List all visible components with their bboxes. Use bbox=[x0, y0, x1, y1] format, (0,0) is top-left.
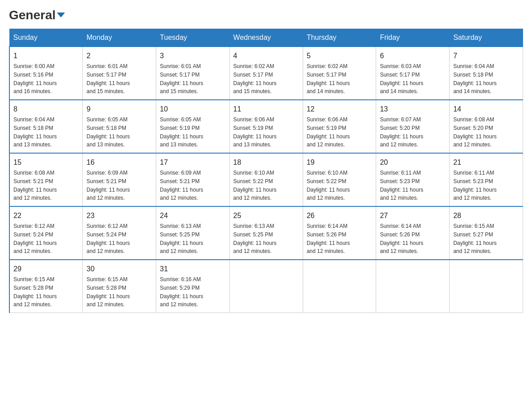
day-number: 5 bbox=[307, 51, 373, 61]
calendar-cell: 25 Sunrise: 6:13 AMSunset: 5:25 PMDaylig… bbox=[229, 206, 303, 260]
day-info: Sunrise: 6:11 AMSunset: 5:23 PMDaylight:… bbox=[380, 170, 423, 201]
day-number: 22 bbox=[13, 210, 79, 221]
day-number: 14 bbox=[453, 104, 519, 115]
calendar-cell: 22 Sunrise: 6:12 AMSunset: 5:24 PMDaylig… bbox=[9, 206, 83, 260]
calendar-week-1: 1 Sunrise: 6:00 AMSunset: 5:16 PMDayligh… bbox=[9, 47, 523, 100]
day-info: Sunrise: 6:01 AMSunset: 5:17 PMDaylight:… bbox=[86, 63, 130, 94]
calendar-cell: 13 Sunrise: 6:07 AMSunset: 5:20 PMDaylig… bbox=[376, 100, 450, 153]
calendar-cell: 31 Sunrise: 6:16 AMSunset: 5:29 PMDaylig… bbox=[156, 260, 230, 313]
calendar-cell: 1 Sunrise: 6:00 AMSunset: 5:16 PMDayligh… bbox=[9, 47, 83, 100]
day-number: 27 bbox=[380, 210, 446, 221]
day-number: 19 bbox=[307, 157, 373, 168]
day-info: Sunrise: 6:04 AMSunset: 5:18 PMDaylight:… bbox=[453, 63, 497, 94]
calendar-cell: 12 Sunrise: 6:06 AMSunset: 5:19 PMDaylig… bbox=[303, 100, 376, 153]
calendar-cell bbox=[450, 260, 523, 313]
logo-line1: General bbox=[9, 9, 65, 21]
calendar-week-4: 22 Sunrise: 6:12 AMSunset: 5:24 PMDaylig… bbox=[9, 206, 523, 260]
day-info: Sunrise: 6:15 AMSunset: 5:28 PMDaylight:… bbox=[13, 276, 57, 308]
page-header: General bbox=[9, 9, 523, 20]
day-info: Sunrise: 6:12 AMSunset: 5:24 PMDaylight:… bbox=[13, 223, 57, 254]
calendar-cell: 19 Sunrise: 6:10 AMSunset: 5:22 PMDaylig… bbox=[303, 153, 376, 206]
day-info: Sunrise: 6:13 AMSunset: 5:25 PMDaylight:… bbox=[160, 223, 203, 254]
day-number: 10 bbox=[160, 104, 226, 115]
day-number: 20 bbox=[380, 157, 446, 168]
day-info: Sunrise: 6:10 AMSunset: 5:22 PMDaylight:… bbox=[233, 170, 277, 201]
day-number: 30 bbox=[86, 264, 152, 274]
calendar-cell: 18 Sunrise: 6:10 AMSunset: 5:22 PMDaylig… bbox=[229, 153, 303, 206]
day-number: 25 bbox=[233, 210, 299, 221]
day-info: Sunrise: 6:12 AMSunset: 5:24 PMDaylight:… bbox=[86, 223, 130, 254]
day-number: 16 bbox=[86, 157, 152, 168]
calendar-cell: 20 Sunrise: 6:11 AMSunset: 5:23 PMDaylig… bbox=[376, 153, 450, 206]
column-header-thursday: Thursday bbox=[303, 29, 376, 47]
calendar-cell: 29 Sunrise: 6:15 AMSunset: 5:28 PMDaylig… bbox=[9, 260, 83, 313]
day-number: 3 bbox=[160, 51, 226, 61]
day-info: Sunrise: 6:13 AMSunset: 5:25 PMDaylight:… bbox=[233, 223, 277, 254]
day-number: 26 bbox=[307, 210, 373, 221]
day-info: Sunrise: 6:11 AMSunset: 5:23 PMDaylight:… bbox=[453, 170, 497, 201]
day-info: Sunrise: 6:14 AMSunset: 5:26 PMDaylight:… bbox=[307, 223, 350, 254]
day-number: 9 bbox=[86, 104, 152, 115]
calendar-cell: 15 Sunrise: 6:08 AMSunset: 5:21 PMDaylig… bbox=[9, 153, 83, 206]
day-info: Sunrise: 6:03 AMSunset: 5:17 PMDaylight:… bbox=[380, 63, 423, 94]
day-info: Sunrise: 6:00 AMSunset: 5:16 PMDaylight:… bbox=[13, 63, 57, 94]
calendar-cell: 30 Sunrise: 6:15 AMSunset: 5:28 PMDaylig… bbox=[83, 260, 156, 313]
day-info: Sunrise: 6:09 AMSunset: 5:21 PMDaylight:… bbox=[160, 170, 203, 201]
calendar-table: SundayMondayTuesdayWednesdayThursdayFrid… bbox=[9, 29, 523, 313]
calendar-cell: 10 Sunrise: 6:05 AMSunset: 5:19 PMDaylig… bbox=[156, 100, 230, 153]
day-info: Sunrise: 6:05 AMSunset: 5:18 PMDaylight:… bbox=[86, 116, 130, 148]
day-number: 11 bbox=[233, 104, 299, 115]
calendar-cell: 16 Sunrise: 6:09 AMSunset: 5:21 PMDaylig… bbox=[83, 153, 156, 206]
day-number: 18 bbox=[233, 157, 299, 168]
day-info: Sunrise: 6:07 AMSunset: 5:20 PMDaylight:… bbox=[380, 116, 423, 148]
calendar-cell: 8 Sunrise: 6:04 AMSunset: 5:18 PMDayligh… bbox=[9, 100, 83, 153]
logo: General bbox=[9, 9, 65, 20]
column-header-monday: Monday bbox=[83, 29, 156, 47]
column-header-friday: Friday bbox=[376, 29, 450, 47]
calendar-cell: 6 Sunrise: 6:03 AMSunset: 5:17 PMDayligh… bbox=[376, 47, 450, 100]
day-number: 31 bbox=[160, 264, 226, 274]
calendar-cell bbox=[376, 260, 450, 313]
column-header-sunday: Sunday bbox=[9, 29, 83, 47]
day-info: Sunrise: 6:09 AMSunset: 5:21 PMDaylight:… bbox=[86, 170, 130, 201]
calendar-week-2: 8 Sunrise: 6:04 AMSunset: 5:18 PMDayligh… bbox=[9, 100, 523, 153]
calendar-cell: 2 Sunrise: 6:01 AMSunset: 5:17 PMDayligh… bbox=[83, 47, 156, 100]
day-number: 4 bbox=[233, 51, 299, 61]
calendar-cell bbox=[229, 260, 303, 313]
day-info: Sunrise: 6:04 AMSunset: 5:18 PMDaylight:… bbox=[13, 116, 57, 148]
day-info: Sunrise: 6:05 AMSunset: 5:19 PMDaylight:… bbox=[160, 116, 203, 148]
calendar-cell: 9 Sunrise: 6:05 AMSunset: 5:18 PMDayligh… bbox=[83, 100, 156, 153]
day-number: 23 bbox=[86, 210, 152, 221]
calendar-cell: 7 Sunrise: 6:04 AMSunset: 5:18 PMDayligh… bbox=[450, 47, 523, 100]
calendar-cell: 23 Sunrise: 6:12 AMSunset: 5:24 PMDaylig… bbox=[83, 206, 156, 260]
column-header-wednesday: Wednesday bbox=[229, 29, 303, 47]
day-number: 2 bbox=[86, 51, 152, 61]
calendar-cell: 5 Sunrise: 6:02 AMSunset: 5:17 PMDayligh… bbox=[303, 47, 376, 100]
day-number: 29 bbox=[13, 264, 79, 274]
day-number: 13 bbox=[380, 104, 446, 115]
calendar-cell: 28 Sunrise: 6:15 AMSunset: 5:27 PMDaylig… bbox=[450, 206, 523, 260]
calendar-week-3: 15 Sunrise: 6:08 AMSunset: 5:21 PMDaylig… bbox=[9, 153, 523, 206]
column-header-saturday: Saturday bbox=[450, 29, 523, 47]
day-number: 17 bbox=[160, 157, 226, 168]
day-number: 21 bbox=[453, 157, 519, 168]
calendar-cell: 4 Sunrise: 6:02 AMSunset: 5:17 PMDayligh… bbox=[229, 47, 303, 100]
day-info: Sunrise: 6:14 AMSunset: 5:26 PMDaylight:… bbox=[380, 223, 423, 254]
day-number: 24 bbox=[160, 210, 226, 221]
day-number: 8 bbox=[13, 104, 79, 115]
day-info: Sunrise: 6:08 AMSunset: 5:20 PMDaylight:… bbox=[453, 116, 497, 148]
calendar-cell: 17 Sunrise: 6:09 AMSunset: 5:21 PMDaylig… bbox=[156, 153, 230, 206]
calendar-cell: 27 Sunrise: 6:14 AMSunset: 5:26 PMDaylig… bbox=[376, 206, 450, 260]
day-number: 6 bbox=[380, 51, 446, 61]
day-number: 7 bbox=[453, 51, 519, 61]
calendar-cell: 21 Sunrise: 6:11 AMSunset: 5:23 PMDaylig… bbox=[450, 153, 523, 206]
calendar-week-5: 29 Sunrise: 6:15 AMSunset: 5:28 PMDaylig… bbox=[9, 260, 523, 313]
day-number: 1 bbox=[13, 51, 79, 61]
calendar-cell: 24 Sunrise: 6:13 AMSunset: 5:25 PMDaylig… bbox=[156, 206, 230, 260]
day-info: Sunrise: 6:16 AMSunset: 5:29 PMDaylight:… bbox=[160, 276, 203, 308]
day-info: Sunrise: 6:06 AMSunset: 5:19 PMDaylight:… bbox=[233, 116, 277, 148]
day-info: Sunrise: 6:06 AMSunset: 5:19 PMDaylight:… bbox=[307, 116, 350, 148]
day-info: Sunrise: 6:02 AMSunset: 5:17 PMDaylight:… bbox=[233, 63, 277, 94]
day-info: Sunrise: 6:15 AMSunset: 5:28 PMDaylight:… bbox=[86, 276, 130, 308]
calendar-cell: 3 Sunrise: 6:01 AMSunset: 5:17 PMDayligh… bbox=[156, 47, 230, 100]
